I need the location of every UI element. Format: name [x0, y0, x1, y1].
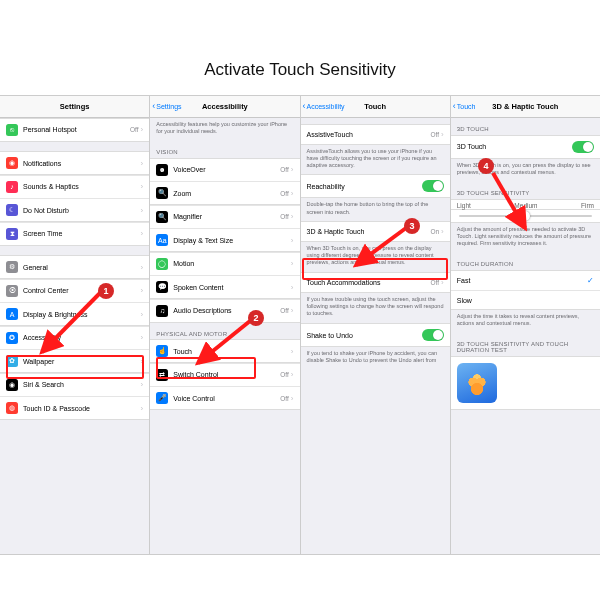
bell-icon: ◉	[6, 157, 18, 169]
row-general[interactable]: ⚙ General ›	[0, 255, 149, 279]
row-shake-undo[interactable]: Shake to Undo	[301, 323, 450, 347]
accessibility-icon: ✪	[6, 332, 18, 344]
row-motion[interactable]: ◯ Motion ›	[150, 252, 299, 276]
value: On	[430, 228, 439, 235]
chevron-right-icon: ›	[291, 165, 294, 174]
row-personal-hotspot[interactable]: ⎋ Personal Hotspot Off ›	[0, 118, 149, 142]
label: Wallpaper	[23, 358, 141, 365]
panels: Settings ⎋ Personal Hotspot Off › ◉ Noti…	[0, 95, 600, 555]
row-audio-desc[interactable]: ♫ Audio Descriptions Off ›	[150, 299, 299, 323]
toggle-3d-touch[interactable]	[572, 141, 594, 153]
row-touch-accommodations[interactable]: Touch Accommodations Off ›	[301, 272, 450, 293]
label: Slow	[457, 297, 594, 304]
label: Zoom	[173, 190, 280, 197]
row-display-brightness[interactable]: A Display & Brightness ›	[0, 302, 149, 326]
seg-light: Light	[457, 202, 471, 209]
row-display-text[interactable]: Aa Display & Text Size ›	[150, 228, 299, 252]
label: Personal Hotspot	[23, 126, 130, 133]
pane-3d-haptic: ‹ Touch 3D & Haptic Touch 3D TOUCH 3D To…	[451, 96, 600, 554]
chevron-right-icon: ›	[141, 333, 144, 342]
mic-icon: 🎤	[156, 392, 168, 404]
navbar: ‹ Accessibility Touch	[301, 96, 450, 118]
chevron-right-icon: ›	[141, 310, 144, 319]
chevron-right-icon: ›	[141, 125, 144, 134]
toggle-shake[interactable]	[422, 329, 444, 341]
label: Do Not Disturb	[23, 207, 141, 214]
toggle-reachability[interactable]	[422, 180, 444, 192]
help-text: When 3D Touch is on, you can press on th…	[301, 242, 450, 272]
fingerprint-icon: ◍	[6, 402, 18, 414]
row-dnd[interactable]: ☾ Do Not Disturb ›	[0, 198, 149, 222]
speech-icon: 💬	[156, 281, 168, 293]
chevron-right-icon: ›	[141, 182, 144, 191]
label: Magnifier	[173, 213, 280, 220]
switch-icon: ⇄	[156, 369, 168, 381]
row-spoken[interactable]: 💬 Spoken Content ›	[150, 275, 299, 299]
section-duration: TOUCH DURATION	[451, 253, 600, 270]
label: Display & Brightness	[23, 311, 141, 318]
row-zoom[interactable]: 🔍 Zoom Off ›	[150, 181, 299, 205]
value: Off	[280, 371, 289, 378]
row-touchid[interactable]: ◍ Touch ID & Passcode ›	[0, 396, 149, 420]
row-voice-control[interactable]: 🎤 Voice Control Off ›	[150, 386, 299, 410]
chevron-right-icon: ›	[291, 283, 294, 292]
help-text: When 3D Touch is on, you can press the d…	[451, 159, 600, 182]
touch-icon: ☝	[156, 345, 168, 357]
row-notifications[interactable]: ◉ Notifications ›	[0, 151, 149, 175]
audio-icon: ♫	[156, 305, 168, 317]
label: Notifications	[23, 160, 141, 167]
section-vision: VISION	[150, 141, 299, 158]
row-voiceover[interactable]: ☻ VoiceOver Off ›	[150, 158, 299, 182]
sensitivity-slider[interactable]	[451, 209, 600, 223]
chevron-right-icon: ›	[291, 259, 294, 268]
row-3d-haptic-touch[interactable]: 3D & Haptic Touch On ›	[301, 221, 450, 242]
label: Siri & Search	[23, 381, 141, 388]
value: Off	[431, 131, 440, 138]
label: Accessibility	[23, 334, 141, 341]
row-3d-touch-toggle[interactable]: 3D Touch	[451, 135, 600, 159]
zoom-icon: 🔍	[156, 187, 168, 199]
row-screentime[interactable]: ⧗ Screen Time ›	[0, 222, 149, 246]
back-label: Touch	[457, 103, 476, 110]
help-text: Accessibility features help you customiz…	[150, 118, 299, 141]
row-siri[interactable]: ◉ Siri & Search ›	[0, 373, 149, 397]
row-magnifier[interactable]: 🔍 Magnifier Off ›	[150, 205, 299, 229]
label: Motion	[173, 260, 291, 267]
label: Reachability	[307, 183, 422, 190]
value: Off	[130, 126, 139, 133]
row-assistivetouch[interactable]: AssistiveTouch Off ›	[301, 124, 450, 145]
value: Off	[280, 190, 289, 197]
speaker-icon: ♪	[6, 181, 18, 193]
chevron-right-icon: ›	[441, 227, 444, 236]
chevron-right-icon: ›	[291, 212, 294, 221]
row-touch[interactable]: ☝ Touch ›	[150, 339, 299, 363]
row-reachability[interactable]: Reachability	[301, 174, 450, 198]
back-button[interactable]: ‹ Touch	[451, 102, 476, 111]
row-accessibility[interactable]: ✪ Accessibility ›	[0, 326, 149, 350]
row-duration-fast[interactable]: Fast ✓	[451, 270, 600, 291]
flower-icon: ✿	[6, 355, 18, 367]
chevron-right-icon: ›	[441, 278, 444, 287]
label: VoiceOver	[173, 166, 280, 173]
label: Display & Text Size	[173, 237, 291, 244]
value: Off	[280, 213, 289, 220]
row-sounds[interactable]: ♪ Sounds & Haptics ›	[0, 175, 149, 199]
step-badge-4: 4	[478, 158, 494, 174]
label: General	[23, 264, 141, 271]
row-control-center[interactable]: ⦿ Control Center ›	[0, 279, 149, 303]
chevron-right-icon: ›	[291, 370, 294, 379]
row-wallpaper[interactable]: ✿ Wallpaper ›	[0, 349, 149, 373]
label: Sounds & Haptics	[23, 183, 141, 190]
row-switch-control[interactable]: ⇄ Switch Control Off ›	[150, 363, 299, 387]
back-button[interactable]: ‹ Settings	[150, 102, 181, 111]
back-button[interactable]: ‹ Accessibility	[301, 102, 345, 111]
chevron-right-icon: ›	[141, 286, 144, 295]
value: Off	[431, 279, 440, 286]
label: AssistiveTouch	[307, 131, 431, 138]
chevron-right-icon: ›	[441, 130, 444, 139]
label: Touch	[173, 348, 291, 355]
section-motor: PHYSICAL AND MOTOR	[150, 323, 299, 340]
nav-title: Settings	[0, 102, 149, 111]
test-image[interactable]	[457, 363, 497, 403]
row-duration-slow[interactable]: Slow	[451, 290, 600, 310]
